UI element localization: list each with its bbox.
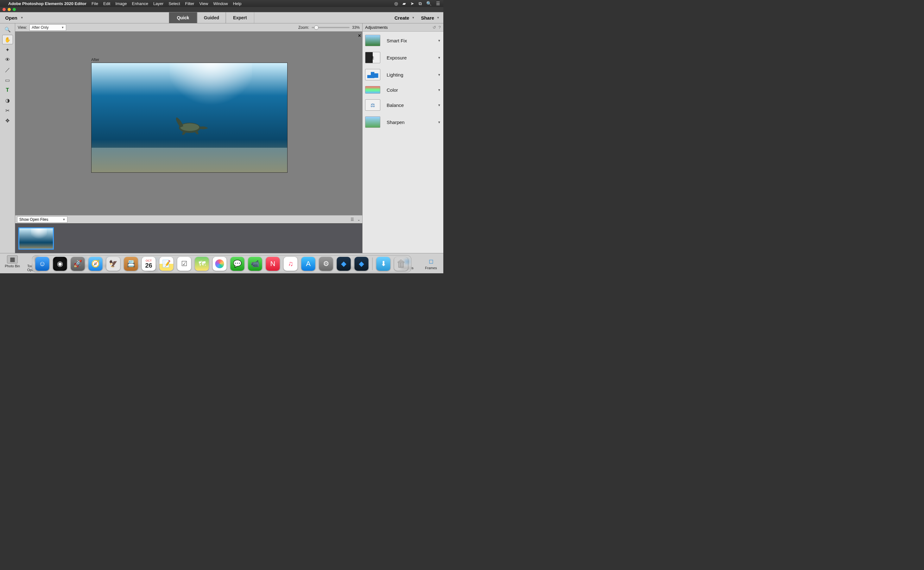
dock-appstore[interactable]: A	[301, 257, 315, 271]
exposure-icon: ±	[365, 52, 380, 63]
tool-text[interactable]: T	[2, 86, 13, 95]
frames-icon: ◻	[426, 257, 437, 265]
menu-select[interactable]: Select	[168, 1, 180, 6]
displays-icon[interactable]: ⧉	[419, 1, 422, 6]
menu-edit[interactable]: Edit	[103, 1, 110, 6]
dock-photos[interactable]	[213, 257, 227, 271]
chevron-down-icon: ▼	[438, 56, 441, 60]
adjust-exposure[interactable]: ± Exposure ▼	[365, 52, 441, 63]
zoom-slider[interactable]	[312, 27, 350, 28]
notif-icon[interactable]: ▰	[403, 1, 406, 6]
menu-file[interactable]: File	[92, 1, 98, 6]
zoom-window[interactable]	[13, 8, 16, 11]
reset-icon[interactable]: ↺	[432, 25, 436, 30]
dock-notes[interactable]: 📝	[160, 257, 174, 271]
act-frames[interactable]: ◻Frames	[422, 257, 440, 270]
straighten-icon: ▭	[5, 77, 10, 83]
menu-view[interactable]: View	[199, 1, 208, 6]
balance-label: Balance	[387, 103, 431, 108]
app-name[interactable]: Adobe Photoshop Elements 2020 Editor	[8, 1, 86, 6]
window-titlebar	[0, 7, 443, 12]
open-label: Open	[5, 15, 17, 21]
chevron-down-icon: ▼	[438, 103, 441, 107]
zoom-slider-knob[interactable]	[314, 25, 318, 30]
share-button[interactable]: Share ▼	[421, 15, 440, 21]
control-center-icon[interactable]: ☰	[436, 1, 440, 6]
tool-crop[interactable]: ✂	[2, 106, 13, 115]
tool-zoom[interactable]: 🔍	[2, 25, 13, 34]
tool-whiten[interactable]: ／	[2, 65, 13, 75]
adjust-sharpen[interactable]: Sharpen ▼	[365, 116, 441, 128]
spotlight-icon[interactable]: 🔍	[426, 1, 432, 6]
close-document[interactable]: ×	[358, 33, 361, 38]
tab-guided[interactable]: Guided	[197, 12, 226, 23]
dock-safari[interactable]: 🧭	[89, 257, 103, 271]
show-open-files-select[interactable]: Show Open Files ▼	[17, 216, 68, 223]
tool-spotheal[interactable]: ◑	[2, 95, 13, 105]
tool-hand[interactable]: ✋	[2, 35, 13, 44]
canvas-area[interactable]: × After	[15, 32, 362, 215]
dock-trash[interactable]: 🗑	[394, 257, 408, 271]
tool-quick-select[interactable]: ✦	[2, 45, 13, 54]
open-button[interactable]: Open ▼	[0, 12, 29, 23]
menu-help[interactable]: Help	[233, 1, 241, 6]
menu-image[interactable]: Image	[115, 1, 127, 6]
adjust-balance[interactable]: ⚖ Balance ▼	[365, 99, 441, 111]
exposure-label: Exposure	[387, 55, 431, 60]
dock-news[interactable]: N	[266, 257, 280, 271]
photo-bin-thumbnail[interactable]	[18, 227, 54, 250]
dock-launchpad[interactable]: 🚀	[71, 257, 85, 271]
chevron-down-icon: ▼	[412, 16, 415, 19]
smartfix-label: Smart Fix	[387, 38, 431, 43]
view-bar: View: After Only ▼ Zoom: 33%	[15, 23, 362, 32]
adjust-smartfix[interactable]: Smart Fix ▼	[365, 35, 441, 46]
hand-icon: ✋	[5, 37, 11, 43]
tool-redeye[interactable]: 👁	[2, 55, 13, 64]
view-label: View:	[18, 25, 27, 30]
dock-settings[interactable]: ⚙	[319, 257, 333, 271]
chevron-down-icon: ▼	[438, 39, 441, 42]
cc-icon[interactable]: ◎	[394, 1, 398, 6]
minimize-window[interactable]	[8, 8, 11, 11]
adjust-lighting[interactable]: ▄█▆ Lighting ▼	[365, 69, 441, 80]
adjust-color[interactable]: Color ▼	[365, 86, 441, 93]
chevron-down-icon: ▼	[62, 218, 65, 221]
dock-pse-editor[interactable]: ◆	[355, 257, 369, 271]
dock-contacts[interactable]: 📇	[124, 257, 138, 271]
dock-calendar[interactable]: OCT26	[142, 257, 156, 271]
dock-reminders[interactable]: ☑	[177, 257, 191, 271]
collapse-icon[interactable]: ⌄	[357, 217, 360, 222]
mode-tabs: Quick Guided Expert	[169, 12, 254, 23]
tool-column: 🔍 ✋ ✦ 👁 ／ ▭ T ◑ ✂ ✥	[0, 23, 15, 253]
dock-finder[interactable]: ☺	[35, 257, 49, 271]
act-photobin[interactable]: ▦Photo Bin	[3, 255, 22, 272]
dock-siri[interactable]: ◉	[53, 257, 67, 271]
menu-filter[interactable]: Filter	[185, 1, 194, 6]
close-window[interactable]	[3, 8, 6, 11]
tab-expert[interactable]: Expert	[226, 12, 254, 23]
cal-day: 26	[145, 262, 152, 268]
dock-messages[interactable]: 💬	[231, 257, 244, 271]
dock-music[interactable]: ♫	[284, 257, 298, 271]
dock-maps[interactable]: 🗺	[195, 257, 209, 271]
document-image[interactable]	[91, 63, 288, 173]
dock-mail[interactable]: 🦅	[106, 257, 120, 271]
wand-icon: ✦	[5, 47, 9, 53]
tool-straighten[interactable]: ▭	[2, 75, 13, 85]
dock-facetime[interactable]: 📹	[248, 257, 262, 271]
view-select[interactable]: After Only ▼	[29, 25, 66, 31]
dock-pse-organizer[interactable]: ◆	[337, 257, 351, 271]
menu-window[interactable]: Window	[213, 1, 228, 6]
help-icon[interactable]: ?	[438, 25, 441, 30]
bt-icon[interactable]: ➤	[410, 1, 414, 6]
dock-downloads[interactable]: ⬇	[377, 257, 391, 271]
menu-layer[interactable]: Layer	[153, 1, 164, 6]
tab-quick[interactable]: Quick	[169, 12, 197, 23]
list-toggle-icon[interactable]: ☰	[351, 217, 354, 222]
frames-label: Frames	[425, 266, 437, 270]
menu-enhance[interactable]: Enhance	[132, 1, 148, 6]
smartfix-icon	[365, 35, 380, 46]
tool-move[interactable]: ✥	[2, 116, 13, 125]
create-button[interactable]: Create ▼	[395, 15, 415, 21]
dock-divider	[372, 257, 373, 270]
